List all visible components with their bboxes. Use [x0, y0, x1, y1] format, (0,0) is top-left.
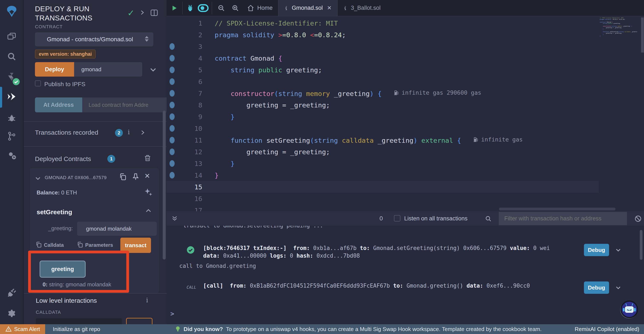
parameters-button[interactable]: Parameters: [85, 242, 113, 248]
zoom-out-icon[interactable]: [212, 0, 228, 16]
deployed-contracts-label: Deployed Contracts: [35, 155, 91, 163]
close-tab-icon[interactable]: ✕: [327, 5, 332, 11]
line-number: 13: [166, 160, 202, 167]
code-line-7[interactable]: 7 constructor(string memory _greeting) {…: [166, 87, 599, 99]
low-level-transact-button[interactable]: [126, 318, 152, 324]
expand-log-chevron-icon[interactable]: [615, 285, 622, 291]
setgreeting-function-label: setGreeting: [37, 209, 72, 216]
collapse-function-icon[interactable]: [145, 207, 152, 214]
deploy-value-input[interactable]: [74, 62, 142, 77]
code-line-9[interactable]: 9 }: [166, 111, 599, 123]
pin-contract-icon[interactable]: [132, 173, 140, 181]
contract-label: CONTRACT: [35, 24, 62, 29]
terminal-filter-input[interactable]: [499, 212, 627, 225]
low-level-calldata-input[interactable]: [36, 318, 122, 324]
line-number: 4: [166, 54, 202, 62]
low-level-info-icon[interactable]: i: [146, 297, 148, 304]
deploy-button[interactable]: Deploy: [35, 62, 74, 77]
deploy-expand-chevron-icon[interactable]: [149, 65, 157, 74]
balance-value: 0 ETH: [60, 189, 77, 196]
code-line-8[interactable]: 8 greeting = _greeting;: [166, 99, 599, 111]
remix-logo-icon[interactable]: [0, 5, 24, 19]
code-line-11[interactable]: 11 function setGreeting(string calldata …: [166, 134, 599, 146]
git-icon[interactable]: [0, 131, 24, 141]
search-icon[interactable]: [0, 51, 24, 62]
tab-Gmonad.sol[interactable]: Gmonad.sol✕: [278, 0, 338, 16]
ai-assistant-bubble[interactable]: [620, 301, 638, 318]
code-line-6[interactable]: 6: [166, 76, 599, 87]
tab-3_Ballot.sol[interactable]: 3_Ballot.sol: [338, 0, 386, 16]
code-line-4[interactable]: 4contract Gmonad {: [166, 52, 599, 64]
at-address-button[interactable]: At Address: [35, 97, 82, 112]
at-address-input[interactable]: [82, 97, 166, 112]
calldata-button[interactable]: Calldata: [44, 242, 64, 248]
panel-expand-icon[interactable]: [139, 9, 145, 16]
code-line-5[interactable]: 5 string public greeting;: [166, 64, 599, 76]
zoom-in-icon[interactable]: [228, 0, 242, 16]
terminal-collapse-icon[interactable]: [171, 215, 178, 222]
terminal-content[interactable]: transact to Gmonad.setGreeting pending .…: [166, 226, 644, 324]
panel-scrollbar[interactable]: [163, 111, 166, 260]
greeting-function-button[interactable]: greeting: [40, 261, 86, 278]
tab-bar: Home Gmonad.sol✕3_Ballot.sol: [166, 0, 644, 16]
clear-console-icon[interactable]: [634, 215, 642, 223]
run-script-button[interactable]: [166, 0, 182, 16]
ai-assistant-toggle-icon[interactable]: [183, 0, 197, 16]
scam-alert-button[interactable]: Scam Alert: [0, 324, 45, 334]
call-tag: CALL: [186, 285, 196, 290]
expand-log-chevron-icon[interactable]: [615, 247, 622, 253]
transactions-expand-icon[interactable]: [139, 129, 146, 136]
home-label: Home: [257, 5, 272, 11]
publish-ipfs-checkbox[interactable]: [35, 80, 41, 86]
line-number: 10: [166, 125, 202, 132]
contract-instance-title[interactable]: GMONAD AT 0X606...67579: [45, 175, 116, 180]
code-editor[interactable]: 1// SPDX-License-Identifier: MIT2pragma …: [166, 17, 644, 211]
copy-calldata-icon[interactable]: [35, 241, 42, 248]
code-line-16[interactable]: 16: [166, 193, 599, 204]
debug-button[interactable]: Debug: [584, 244, 609, 256]
deploy-run-icon[interactable]: [0, 91, 24, 102]
tab-home[interactable]: Home: [242, 0, 278, 16]
file-explorer-icon[interactable]: [0, 31, 24, 42]
terminal-search-icon[interactable]: [485, 215, 492, 222]
terminal-prompt[interactable]: >: [170, 310, 174, 318]
git-init-button[interactable]: Initialize as git repo: [53, 326, 100, 333]
transactions-info-icon[interactable]: i: [128, 128, 130, 136]
code-line-14[interactable]: 14}: [166, 169, 599, 181]
transactions-recorded-label: Transactions recorded: [35, 129, 98, 136]
plugin-icon[interactable]: [0, 288, 24, 298]
code-line-15[interactable]: 15: [166, 181, 599, 193]
debugger-icon[interactable]: [0, 113, 24, 123]
editor-area: Home Gmonad.sol✕3_Ballot.sol 1// SPDX-Li…: [166, 0, 644, 324]
ai-sparkle-icon[interactable]: [144, 188, 153, 197]
code-line-13[interactable]: 13 }: [166, 158, 599, 169]
pending-transaction-line: transact to Gmonad.setGreeting pending .…: [183, 226, 323, 229]
contract-collapse-icon[interactable]: [34, 175, 41, 182]
editor-horizontal-scrollbar[interactable]: [499, 208, 616, 210]
code-line-3[interactable]: 3: [166, 41, 599, 52]
terminal-scrollbar[interactable]: [640, 230, 642, 260]
code-line-1[interactable]: 1// SPDX-License-Identifier: MIT: [166, 17, 599, 29]
editor-vertical-scrollbar[interactable]: [641, 17, 644, 52]
remove-contract-icon[interactable]: ✕: [144, 172, 150, 180]
contract-select[interactable]: Gmonad - contracts/Gmonad.sol: [35, 32, 153, 46]
clear-contracts-trash-icon[interactable]: [144, 154, 152, 162]
copy-parameters-icon[interactable]: [77, 241, 84, 248]
debug-button[interactable]: Debug: [584, 282, 609, 294]
code-line-2[interactable]: 2pragma solidity >=0.8.0 <=0.8.24;: [166, 29, 599, 41]
solidity-compiler-icon[interactable]: [0, 71, 24, 82]
panel-columns-icon[interactable]: [150, 8, 158, 17]
line-number: 2: [166, 31, 202, 39]
copy-address-icon[interactable]: [119, 173, 127, 181]
settings-icon[interactable]: [0, 309, 24, 319]
code-line-10[interactable]: 10: [166, 123, 599, 134]
listen-all-transactions-checkbox[interactable]: [394, 215, 400, 222]
plugin-manager-icon[interactable]: [0, 150, 24, 160]
copilot-toggle-icon[interactable]: [197, 0, 212, 16]
code-line-12[interactable]: 12 greeting = _greeting;: [166, 146, 599, 158]
line-number: 14: [166, 171, 202, 179]
minimap[interactable]: // SPDX-License-Identifier: MITpragma so…: [598, 17, 637, 211]
lightbulb-icon: [175, 326, 180, 333]
greeting-param-input[interactable]: [77, 222, 157, 236]
icon-bar: [0, 0, 24, 324]
